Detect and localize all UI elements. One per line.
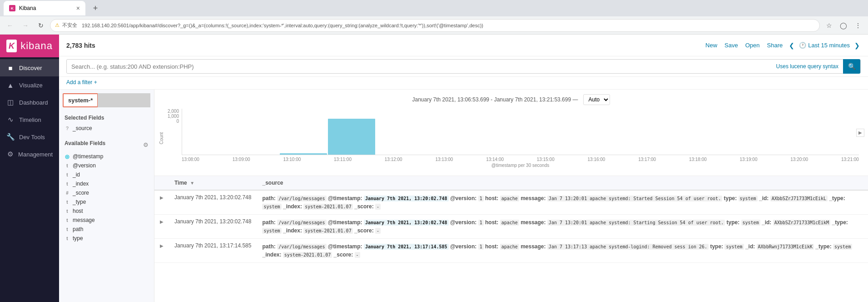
index-pattern-label: system-* <box>68 97 93 104</box>
x-label-1312: 13:12:00 <box>385 157 402 162</box>
x-label-1318: 13:18:00 <box>689 157 707 162</box>
prev-time-button[interactable]: ❮ <box>788 41 795 50</box>
lucene-link[interactable]: Uses lucene query syntax <box>772 63 843 70</box>
x-label-1320: 13:20:00 <box>790 157 808 162</box>
x-label-1315: 13:15:00 <box>537 157 555 162</box>
time-range-label: Last 15 minutes <box>808 42 850 49</box>
new-tab-button[interactable]: + <box>89 2 102 15</box>
field-score[interactable]: # _score <box>64 188 149 197</box>
fields-gear-icon[interactable]: ⚙ <box>143 141 149 148</box>
refresh-button[interactable]: ↻ <box>35 19 47 32</box>
time-col-header[interactable]: Time ▼ <box>169 176 257 190</box>
chart-bar-3 <box>328 119 375 155</box>
security-label: 不安全 <box>62 22 77 29</box>
table-row: ▶January 7th 2021, 13:20:02.748path: /va… <box>154 215 868 239</box>
index-tabs: system-* <box>63 93 150 107</box>
browser-nav: ← → ↻ ⚠ 不安全 192.168.140.20:5601/app/kiba… <box>0 16 868 35</box>
source-cell: path: /var/log/messages @timestamp: Janu… <box>257 215 868 239</box>
sidebar-item-visualize[interactable]: ▲ Visualize <box>0 76 59 94</box>
wrench-icon: 🔧 <box>6 133 15 141</box>
logo-letter: K <box>9 41 15 51</box>
share-button[interactable]: Share <box>765 41 785 50</box>
bookmark-button[interactable]: ☆ <box>823 19 835 32</box>
y-label-2000: 2,000 <box>168 109 179 114</box>
row-expand-button[interactable]: ▶ <box>160 219 164 224</box>
row-expand-button[interactable]: ▶ <box>160 243 164 248</box>
sidebar-item-dashboard[interactable]: ◫ Dashboard <box>0 94 59 111</box>
tab-close-button[interactable]: × <box>76 5 80 12</box>
field-host[interactable]: t host <box>64 206 149 216</box>
field-score-name: _score <box>73 190 89 196</box>
index-tab-inactive[interactable] <box>98 93 150 107</box>
sidebar-item-discover-label: Discover <box>19 65 42 71</box>
browser-chrome: K Kibana × + <box>0 0 868 16</box>
y-axis: 2,000 1,000 0 <box>164 109 182 132</box>
sidebar-item-devtools[interactable]: 🔧 Dev Tools <box>0 128 59 146</box>
sidebar-item-visualize-label: Visualize <box>19 82 43 89</box>
new-button[interactable]: New <box>704 41 719 50</box>
row-expand-button[interactable]: ▶ <box>160 195 164 200</box>
tab-title: Kibana <box>19 5 36 11</box>
sidebar-nav: ■ Discover ▲ Visualize ◫ Dashboard ∿ Tim… <box>0 57 59 163</box>
x-label-1317: 13:17:00 <box>638 157 656 162</box>
dashboard-icon: ◫ <box>6 98 15 106</box>
profile-button[interactable]: ◯ <box>837 19 850 32</box>
chart-icon: ▲ <box>6 81 15 89</box>
x-label-1308: 13:08:00 <box>182 157 199 162</box>
save-button[interactable]: Save <box>723 41 740 50</box>
field-name: _source <box>73 125 92 131</box>
available-fields-header: Available Fields ⚙ <box>64 140 149 149</box>
chart-container: Count 2,000 1,000 0 <box>164 109 859 168</box>
time-cell: January 7th 2021, 13:20:02.748 <box>169 215 257 239</box>
field-type-icon: ? <box>64 126 70 131</box>
x-label-1313: 13:13:00 <box>435 157 453 162</box>
field-type-item[interactable]: t _type <box>64 197 149 206</box>
forward-button[interactable]: → <box>19 19 32 32</box>
search-bar: Uses lucene query syntax 🔍 <box>59 56 868 77</box>
field-type-clock-icon: ◎ <box>64 154 70 159</box>
field-type-t8: t <box>64 236 70 241</box>
logo-text: kibana <box>20 40 53 52</box>
time-cell: January 7th 2021, 13:20:02.748 <box>169 190 257 215</box>
sidebar-item-discover[interactable]: ■ Discover <box>0 59 59 76</box>
field-index[interactable]: t _index <box>64 179 149 188</box>
tab-favicon: K <box>9 5 15 11</box>
sidebar-item-management[interactable]: ⚙ Management <box>0 146 59 163</box>
menu-button[interactable]: ⋮ <box>852 19 864 32</box>
sidebar-item-timelion[interactable]: ∿ Timelion <box>0 111 59 128</box>
sidebar-item-timelion-label: Timelion <box>19 116 41 123</box>
time-range-selector[interactable]: 🕐 Last 15 minutes <box>799 42 850 49</box>
field-version[interactable]: t @version <box>64 161 149 170</box>
chart-expand-button[interactable]: ▶ <box>856 129 864 137</box>
field-message[interactable]: t message <box>64 216 149 225</box>
x-label-1319: 13:19:00 <box>740 157 758 162</box>
available-fields-title: Available Fields <box>64 140 105 146</box>
x-axis: 13:08:00 13:09:00 13:10:00 13:11:00 13:1… <box>182 155 859 162</box>
open-button[interactable]: Open <box>744 41 762 50</box>
interval-select[interactable]: Auto <box>583 94 610 105</box>
next-time-button[interactable]: ❯ <box>853 41 861 50</box>
field-path[interactable]: t path <box>64 225 149 234</box>
field-timestamp[interactable]: ◎ @timestamp <box>64 152 149 161</box>
results-table: Time ▼ _source ▶January 7th 2021, 13:20:… <box>154 176 868 263</box>
field-type-t3: t <box>64 181 70 186</box>
field-type-field[interactable]: t type <box>64 234 149 243</box>
search-input[interactable] <box>67 63 772 70</box>
search-button[interactable]: 🔍 <box>843 59 860 74</box>
index-pattern-selector[interactable]: system-* <box>63 93 98 107</box>
selected-fields-title: Selected Fields <box>64 115 149 121</box>
bars-area <box>182 109 859 155</box>
address-bar[interactable]: ⚠ 不安全 192.168.140.20:5601/app/kibana#/di… <box>50 19 820 32</box>
back-button[interactable]: ← <box>4 19 16 32</box>
browser-tab[interactable]: K Kibana × <box>4 1 85 15</box>
field-source[interactable]: ? _source <box>64 124 149 133</box>
field-id[interactable]: t _id <box>64 170 149 179</box>
search-input-wrapper: Uses lucene query syntax 🔍 <box>66 59 861 74</box>
expand-col-header <box>154 176 169 190</box>
add-filter-button[interactable]: Add a filter + <box>66 79 97 86</box>
table-header-row: Time ▼ _source <box>154 176 868 190</box>
security-icon: ⚠ <box>55 22 60 28</box>
body-area: system-* Selected Fields ? _source Avail… <box>59 90 868 302</box>
field-type-field-name: type <box>73 235 83 242</box>
available-fields-section: Available Fields ⚙ ◎ @timestamp t @versi… <box>59 136 154 247</box>
